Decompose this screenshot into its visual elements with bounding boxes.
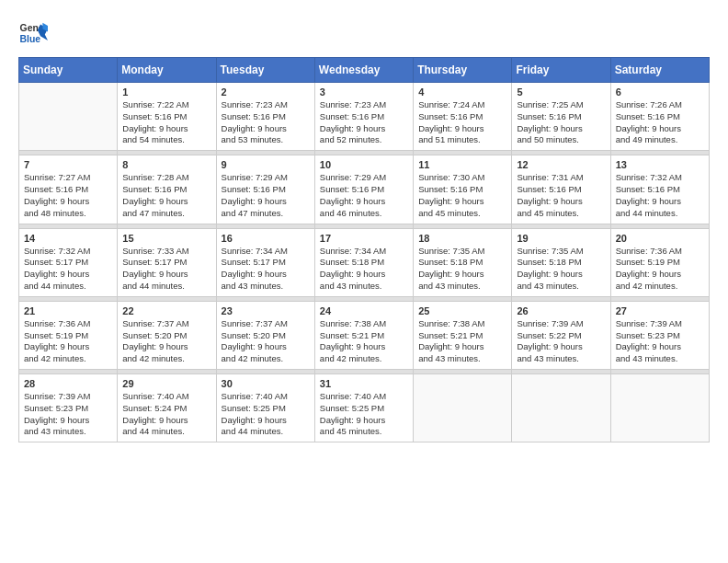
day-number: 8 <box>122 159 210 170</box>
day-info: Sunrise: 7:26 AM Sunset: 5:16 PM Dayligh… <box>616 99 704 146</box>
day-number: 1 <box>122 86 210 98</box>
calendar-day: 26Sunrise: 7:39 AM Sunset: 5:22 PM Dayli… <box>512 301 610 369</box>
day-number: 2 <box>222 86 310 98</box>
day-info: Sunrise: 7:27 AM Sunset: 5:16 PM Dayligh… <box>24 172 112 219</box>
day-number: 27 <box>616 305 704 316</box>
header-day-thursday: Thursday <box>414 58 512 83</box>
day-number: 23 <box>222 305 310 316</box>
calendar-day: 12Sunrise: 7:31 AM Sunset: 5:16 PM Dayli… <box>512 155 610 224</box>
calendar-day: 6Sunrise: 7:26 AM Sunset: 5:16 PM Daylig… <box>610 83 709 151</box>
day-info: Sunrise: 7:38 AM Sunset: 5:21 PM Dayligh… <box>418 318 506 365</box>
calendar-day: 31Sunrise: 7:40 AM Sunset: 5:25 PM Dayli… <box>314 374 413 442</box>
calendar-day: 2Sunrise: 7:23 AM Sunset: 5:16 PM Daylig… <box>216 83 314 151</box>
day-info: Sunrise: 7:39 AM Sunset: 5:22 PM Dayligh… <box>517 318 605 365</box>
header-day-monday: Monday <box>118 58 216 83</box>
header-day-wednesday: Wednesday <box>314 58 413 83</box>
day-number: 30 <box>222 378 310 389</box>
week-row: 7Sunrise: 7:27 AM Sunset: 5:16 PM Daylig… <box>19 155 710 224</box>
day-number: 20 <box>616 233 704 244</box>
day-info: Sunrise: 7:23 AM Sunset: 5:16 PM Dayligh… <box>320 99 408 146</box>
day-info: Sunrise: 7:30 AM Sunset: 5:16 PM Dayligh… <box>418 172 506 219</box>
calendar-day: 29Sunrise: 7:40 AM Sunset: 5:24 PM Dayli… <box>118 374 216 442</box>
day-info: Sunrise: 7:29 AM Sunset: 5:16 PM Dayligh… <box>222 172 310 219</box>
week-row: 28Sunrise: 7:39 AM Sunset: 5:23 PM Dayli… <box>19 374 710 442</box>
day-info: Sunrise: 7:37 AM Sunset: 5:20 PM Dayligh… <box>122 318 210 365</box>
calendar-day <box>414 374 512 442</box>
day-number: 14 <box>24 233 112 244</box>
day-number: 17 <box>320 233 408 244</box>
day-info: Sunrise: 7:37 AM Sunset: 5:20 PM Dayligh… <box>222 318 310 365</box>
day-info: Sunrise: 7:40 AM Sunset: 5:24 PM Dayligh… <box>122 391 210 438</box>
day-number: 11 <box>418 159 506 170</box>
day-number: 13 <box>616 159 704 170</box>
day-info: Sunrise: 7:39 AM Sunset: 5:23 PM Dayligh… <box>616 318 704 365</box>
week-row: 21Sunrise: 7:36 AM Sunset: 5:19 PM Dayli… <box>19 301 710 369</box>
calendar-day: 18Sunrise: 7:35 AM Sunset: 5:18 PM Dayli… <box>414 228 512 296</box>
calendar-day: 19Sunrise: 7:35 AM Sunset: 5:18 PM Dayli… <box>512 228 610 296</box>
day-info: Sunrise: 7:22 AM Sunset: 5:16 PM Dayligh… <box>122 99 210 146</box>
calendar-day: 24Sunrise: 7:38 AM Sunset: 5:21 PM Dayli… <box>314 301 413 369</box>
logo: General Blue <box>18 18 48 48</box>
header: General Blue <box>18 18 710 48</box>
calendar-table: SundayMondayTuesdayWednesdayThursdayFrid… <box>18 57 710 442</box>
header-day-friday: Friday <box>512 58 610 83</box>
day-number: 29 <box>122 378 210 389</box>
calendar-day: 4Sunrise: 7:24 AM Sunset: 5:16 PM Daylig… <box>414 83 512 151</box>
calendar-day: 16Sunrise: 7:34 AM Sunset: 5:17 PM Dayli… <box>216 228 314 296</box>
svg-text:Blue: Blue <box>20 34 41 44</box>
day-number: 5 <box>517 86 605 98</box>
day-number: 26 <box>517 305 605 316</box>
day-info: Sunrise: 7:31 AM Sunset: 5:16 PM Dayligh… <box>517 172 605 219</box>
calendar-day: 20Sunrise: 7:36 AM Sunset: 5:19 PM Dayli… <box>610 228 709 296</box>
week-row: 14Sunrise: 7:32 AM Sunset: 5:17 PM Dayli… <box>19 228 710 296</box>
calendar-day: 8Sunrise: 7:28 AM Sunset: 5:16 PM Daylig… <box>118 155 216 224</box>
day-number: 4 <box>418 86 506 98</box>
day-info: Sunrise: 7:34 AM Sunset: 5:17 PM Dayligh… <box>222 246 310 293</box>
calendar-day: 22Sunrise: 7:37 AM Sunset: 5:20 PM Dayli… <box>118 301 216 369</box>
calendar-day: 21Sunrise: 7:36 AM Sunset: 5:19 PM Dayli… <box>19 301 118 369</box>
day-info: Sunrise: 7:32 AM Sunset: 5:17 PM Dayligh… <box>24 246 112 293</box>
calendar-day: 17Sunrise: 7:34 AM Sunset: 5:18 PM Dayli… <box>314 228 413 296</box>
calendar-day: 10Sunrise: 7:29 AM Sunset: 5:16 PM Dayli… <box>314 155 413 224</box>
day-number: 15 <box>122 233 210 244</box>
day-info: Sunrise: 7:25 AM Sunset: 5:16 PM Dayligh… <box>517 99 605 146</box>
calendar-day: 14Sunrise: 7:32 AM Sunset: 5:17 PM Dayli… <box>19 228 118 296</box>
calendar-day: 13Sunrise: 7:32 AM Sunset: 5:16 PM Dayli… <box>610 155 709 224</box>
day-info: Sunrise: 7:38 AM Sunset: 5:21 PM Dayligh… <box>320 318 408 365</box>
logo-icon: General Blue <box>18 18 48 48</box>
calendar-day: 1Sunrise: 7:22 AM Sunset: 5:16 PM Daylig… <box>118 83 216 151</box>
header-day-tuesday: Tuesday <box>216 58 314 83</box>
calendar-day: 27Sunrise: 7:39 AM Sunset: 5:23 PM Dayli… <box>610 301 709 369</box>
header-day-sunday: Sunday <box>19 58 118 83</box>
day-info: Sunrise: 7:24 AM Sunset: 5:16 PM Dayligh… <box>418 99 506 146</box>
day-info: Sunrise: 7:39 AM Sunset: 5:23 PM Dayligh… <box>24 391 112 438</box>
day-info: Sunrise: 7:28 AM Sunset: 5:16 PM Dayligh… <box>122 172 210 219</box>
week-row: 1Sunrise: 7:22 AM Sunset: 5:16 PM Daylig… <box>19 83 710 151</box>
day-info: Sunrise: 7:35 AM Sunset: 5:18 PM Dayligh… <box>517 246 605 293</box>
day-number: 24 <box>320 305 408 316</box>
day-info: Sunrise: 7:29 AM Sunset: 5:16 PM Dayligh… <box>320 172 408 219</box>
day-number: 21 <box>24 305 112 316</box>
day-number: 7 <box>24 159 112 170</box>
day-number: 31 <box>320 378 408 389</box>
day-info: Sunrise: 7:32 AM Sunset: 5:16 PM Dayligh… <box>616 172 704 219</box>
day-info: Sunrise: 7:34 AM Sunset: 5:18 PM Dayligh… <box>320 246 408 293</box>
day-info: Sunrise: 7:33 AM Sunset: 5:17 PM Dayligh… <box>122 246 210 293</box>
calendar-day: 3Sunrise: 7:23 AM Sunset: 5:16 PM Daylig… <box>314 83 413 151</box>
day-number: 6 <box>616 86 704 98</box>
calendar-day: 28Sunrise: 7:39 AM Sunset: 5:23 PM Dayli… <box>19 374 118 442</box>
day-info: Sunrise: 7:23 AM Sunset: 5:16 PM Dayligh… <box>222 99 310 146</box>
day-number: 28 <box>24 378 112 389</box>
day-number: 9 <box>222 159 310 170</box>
day-number: 16 <box>222 233 310 244</box>
day-number: 25 <box>418 305 506 316</box>
calendar-day: 9Sunrise: 7:29 AM Sunset: 5:16 PM Daylig… <box>216 155 314 224</box>
calendar-day <box>19 83 118 151</box>
day-number: 18 <box>418 233 506 244</box>
day-number: 3 <box>320 86 408 98</box>
day-number: 19 <box>517 233 605 244</box>
calendar-header-row: SundayMondayTuesdayWednesdayThursdayFrid… <box>19 58 710 83</box>
calendar-day: 11Sunrise: 7:30 AM Sunset: 5:16 PM Dayli… <box>414 155 512 224</box>
day-info: Sunrise: 7:36 AM Sunset: 5:19 PM Dayligh… <box>616 246 704 293</box>
calendar-day: 23Sunrise: 7:37 AM Sunset: 5:20 PM Dayli… <box>216 301 314 369</box>
